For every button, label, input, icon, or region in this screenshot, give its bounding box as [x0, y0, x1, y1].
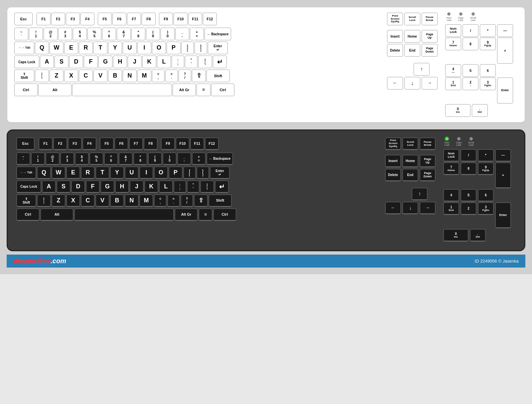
- key-w-black[interactable]: W: [52, 166, 66, 179]
- key-pagedown[interactable]: PageDown: [422, 44, 438, 57]
- key-d-black[interactable]: D: [71, 180, 85, 193]
- key-numdiv-black[interactable]: /: [461, 149, 476, 162]
- key-scrolllock[interactable]: ScrollLock: [404, 13, 420, 25]
- key-7[interactable]: &7: [117, 28, 131, 40]
- key-f4[interactable]: F4: [80, 13, 94, 25]
- key-f[interactable]: F: [84, 56, 98, 68]
- key-shift-icon-black[interactable]: ⇧: [194, 194, 208, 207]
- key-j-black[interactable]: J: [130, 180, 144, 193]
- key-r-black[interactable]: R: [81, 166, 95, 179]
- key-8[interactable]: *8: [131, 28, 145, 40]
- key-f7-black[interactable]: F7: [129, 137, 143, 150]
- key-end[interactable]: End: [404, 44, 420, 57]
- key-nummult[interactable]: *: [480, 24, 496, 37]
- key-space[interactable]: [72, 84, 172, 96]
- key-m[interactable]: M: [137, 70, 151, 82]
- key-o-black[interactable]: O: [154, 166, 168, 179]
- key-numdiv[interactable]: /: [463, 24, 478, 37]
- key-t[interactable]: T: [93, 42, 107, 54]
- key-num5[interactable]: 5: [463, 64, 478, 77]
- key-f10[interactable]: F10: [174, 13, 188, 25]
- key-f3-black[interactable]: F3: [68, 137, 82, 150]
- key-ctrl-right[interactable]: Ctrl: [211, 84, 234, 96]
- key-ctrl-left-black[interactable]: Ctrl: [16, 208, 40, 221]
- key-num6[interactable]: 6: [480, 64, 496, 77]
- key-numplus[interactable]: +: [497, 38, 513, 64]
- key-tab-black[interactable]: ←→ Tab: [16, 166, 36, 179]
- key-minus[interactable]: _-: [175, 28, 189, 40]
- key-numplus-black[interactable]: +: [495, 162, 511, 188]
- key-f11-black[interactable]: F11: [190, 137, 204, 150]
- key-numminus-black[interactable]: —: [495, 149, 511, 162]
- key-numlock[interactable]: NumLock: [445, 24, 461, 37]
- key-v[interactable]: V: [93, 70, 107, 82]
- key-insert-black[interactable]: Insert: [385, 155, 401, 167]
- key-num3-black[interactable]: 3PgDn: [478, 202, 494, 215]
- key-num9-black[interactable]: 9PgUp: [478, 162, 494, 175]
- key-delete-black[interactable]: Delete: [385, 169, 401, 181]
- key-num3[interactable]: 3PgDn: [480, 78, 496, 90]
- key-q-black[interactable]: Q: [37, 166, 51, 179]
- key-num0-black[interactable]: 0Ins: [443, 229, 468, 242]
- key-h-black[interactable]: H: [115, 180, 129, 193]
- key-down[interactable]: ↓: [404, 77, 420, 90]
- key-x[interactable]: X: [64, 70, 78, 82]
- key-k-black[interactable]: K: [144, 180, 158, 193]
- key-altgr-black[interactable]: Alt Gr: [175, 208, 198, 221]
- key-capslock-black[interactable]: Caps Lock: [16, 180, 41, 193]
- key-0-black[interactable]: )0: [163, 152, 177, 165]
- key-5[interactable]: %5: [87, 28, 101, 40]
- key-numlock-black[interactable]: NumLock: [443, 149, 459, 162]
- key-lbracket-black[interactable]: {[: [183, 166, 196, 179]
- key-end-black[interactable]: End: [402, 169, 418, 181]
- key-right[interactable]: →: [422, 77, 438, 90]
- key-numdot-black[interactable]: .Del: [470, 229, 486, 242]
- key-enter-black[interactable]: Enter↵: [210, 166, 230, 179]
- key-f10-black[interactable]: F10: [176, 137, 190, 150]
- key-period-black[interactable]: >.: [167, 194, 180, 207]
- key-enter2[interactable]: ↵: [213, 56, 227, 68]
- key-enter[interactable]: Enter↵: [208, 42, 228, 54]
- key-minus-black[interactable]: _-: [177, 152, 191, 165]
- dreamstime-logo[interactable]: dreamstime.com: [13, 257, 66, 265]
- key-alt-left-black[interactable]: Alt: [40, 208, 73, 221]
- key-b-black[interactable]: B: [110, 194, 124, 207]
- key-up-black[interactable]: ↑: [412, 188, 428, 200]
- key-num8-black[interactable]: 8: [461, 162, 476, 175]
- key-f6[interactable]: F6: [112, 13, 126, 25]
- key-printscreen-black[interactable]: PrintScreenSysRq: [385, 137, 401, 150]
- key-home-black[interactable]: Home: [402, 155, 418, 167]
- key-z-black[interactable]: Z: [52, 194, 66, 207]
- key-i[interactable]: I: [137, 42, 151, 54]
- key-backslash-black[interactable]: |\: [200, 180, 214, 193]
- key-f12-black[interactable]: F12: [205, 137, 219, 150]
- key-4[interactable]: $4: [73, 28, 87, 40]
- key-num4-black[interactable]: 4: [443, 189, 459, 202]
- key-1-black[interactable]: !1: [31, 152, 45, 165]
- key-f6-black[interactable]: F6: [114, 137, 128, 150]
- key-a[interactable]: A: [40, 56, 54, 68]
- key-quote[interactable]: "': [185, 56, 198, 68]
- key-backtick[interactable]: ~`: [14, 28, 28, 40]
- key-insert[interactable]: Insert: [387, 30, 403, 43]
- key-num7-black[interactable]: 7Home: [443, 162, 459, 175]
- key-8-black[interactable]: *8: [133, 152, 147, 165]
- key-3[interactable]: #3: [58, 28, 72, 40]
- key-backslash[interactable]: |\: [198, 56, 212, 68]
- key-numdot[interactable]: .Del: [472, 104, 488, 117]
- key-q[interactable]: Q: [35, 42, 49, 54]
- key-right-black[interactable]: →: [420, 202, 436, 214]
- key-y[interactable]: Y: [108, 42, 122, 54]
- key-y-black[interactable]: Y: [110, 166, 124, 179]
- key-esc-black[interactable]: Esc: [16, 137, 35, 150]
- key-num2-black[interactable]: 2: [461, 202, 476, 215]
- key-h[interactable]: H: [113, 56, 127, 68]
- key-num2[interactable]: 2↓: [463, 78, 478, 90]
- key-w[interactable]: W: [50, 42, 64, 54]
- key-f11[interactable]: F11: [188, 13, 202, 25]
- key-left[interactable]: ←: [387, 77, 403, 90]
- key-pagedown-black[interactable]: PageDown: [420, 169, 436, 181]
- key-capslock[interactable]: Caps Lock: [14, 56, 39, 68]
- key-f4-black[interactable]: F4: [82, 137, 96, 150]
- key-period[interactable]: >.: [165, 70, 178, 82]
